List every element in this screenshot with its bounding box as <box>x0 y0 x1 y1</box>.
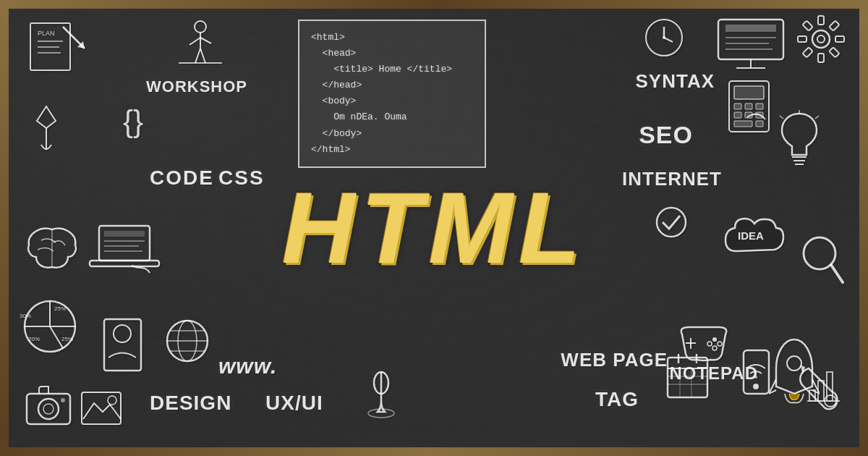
monitor-icon <box>715 16 787 77</box>
svg-point-78 <box>368 409 394 418</box>
svg-line-11 <box>195 48 200 63</box>
svg-rect-56 <box>104 231 145 237</box>
svg-rect-31 <box>835 36 844 42</box>
landscape-photo-icon <box>80 390 123 429</box>
svg-rect-94 <box>827 372 833 401</box>
svg-point-53 <box>657 208 686 237</box>
magnifier-icon <box>798 233 848 290</box>
svg-point-101 <box>718 342 722 346</box>
svg-rect-38 <box>734 86 764 99</box>
curly-braces-icon: {} <box>121 103 161 145</box>
person-desk-icon <box>168 16 233 74</box>
svg-line-18 <box>664 38 673 42</box>
svg-rect-70 <box>104 319 141 371</box>
calculator-icon <box>726 77 773 138</box>
svg-point-88 <box>753 384 759 389</box>
svg-line-51 <box>780 116 783 119</box>
rocket-icon <box>769 336 820 411</box>
svg-rect-35 <box>798 36 807 42</box>
svg-point-108 <box>61 398 65 402</box>
code-snippet-text: <html> <head> <title> Home </title> </he… <box>311 30 473 158</box>
svg-point-7 <box>195 21 206 33</box>
gear-icon <box>794 12 848 69</box>
svg-text:IDEA: IDEA <box>738 229 764 242</box>
svg-rect-42 <box>734 112 741 118</box>
svg-rect-21 <box>726 25 776 32</box>
svg-rect-36 <box>803 21 813 31</box>
main-title: HTML <box>282 177 587 279</box>
css-label: CSS <box>218 166 265 190</box>
svg-text:25%: 25% <box>54 305 66 312</box>
svg-text:25%: 25% <box>61 336 73 342</box>
svg-rect-34 <box>803 47 813 57</box>
internet-label: INTERNET <box>622 168 722 190</box>
svg-line-97 <box>831 265 843 282</box>
pie-chart-icon: 30% 25% 25% 20% <box>20 296 81 360</box>
svg-rect-39 <box>734 104 741 109</box>
chalkboard-background: HTML PLAN WORKSHOP <box>0 0 868 456</box>
svg-rect-45 <box>734 121 752 127</box>
person-profile-icon <box>103 318 142 375</box>
svg-point-107 <box>43 404 54 414</box>
notepad-label: NOTEPAD <box>669 363 758 384</box>
checkmark-icon <box>653 204 689 243</box>
svg-point-103 <box>712 346 717 350</box>
touch-icon <box>363 368 399 426</box>
svg-line-10 <box>200 38 211 43</box>
seo-label: SEO <box>639 121 693 149</box>
pen-nib-icon <box>27 103 67 156</box>
laptop-icon <box>88 222 161 283</box>
svg-point-19 <box>663 36 665 39</box>
svg-point-110 <box>108 396 116 405</box>
svg-rect-46 <box>756 121 763 127</box>
svg-rect-40 <box>745 104 752 109</box>
svg-line-52 <box>815 116 819 119</box>
svg-rect-32 <box>829 47 839 57</box>
svg-point-104 <box>787 356 801 371</box>
tag-label: TAG <box>595 388 639 411</box>
svg-rect-41 <box>756 104 763 109</box>
ux-ui-label: UX/UI <box>265 392 323 415</box>
lightbulb-icon <box>776 110 823 174</box>
design-label: DESIGN <box>150 392 231 415</box>
workshop-label: WORKSHOP <box>146 77 247 96</box>
svg-point-71 <box>114 325 131 342</box>
code-label: CODE <box>150 166 214 190</box>
svg-point-102 <box>707 342 712 346</box>
svg-rect-30 <box>829 21 839 31</box>
svg-point-106 <box>38 399 59 419</box>
svg-line-9 <box>190 38 200 45</box>
svg-text:PLAN: PLAN <box>38 30 55 37</box>
www-label: www. <box>218 354 277 379</box>
svg-rect-60 <box>90 261 159 266</box>
svg-line-12 <box>200 48 205 63</box>
svg-text:{}: {} <box>123 104 143 138</box>
camera-icon <box>23 383 74 429</box>
globe-icon <box>164 318 211 368</box>
svg-point-100 <box>712 337 717 342</box>
svg-rect-29 <box>818 16 824 25</box>
svg-rect-33 <box>818 54 824 62</box>
syntax-label: SYNTAX <box>635 70 715 93</box>
svg-text:20%: 20% <box>28 336 40 342</box>
svg-point-28 <box>817 35 825 43</box>
svg-point-27 <box>812 30 830 48</box>
game-controller-icon <box>675 324 733 366</box>
svg-text:30%: 30% <box>20 313 31 319</box>
plan-drawing-icon: PLAN <box>23 20 95 77</box>
code-snippet-box: <html> <head> <title> Home </title> </he… <box>298 20 486 168</box>
idea-cloud: IDEA <box>722 215 801 265</box>
brain-icon <box>23 222 81 279</box>
web-page-label: WEB PAGE <box>561 349 668 371</box>
clock-icon <box>642 16 686 62</box>
